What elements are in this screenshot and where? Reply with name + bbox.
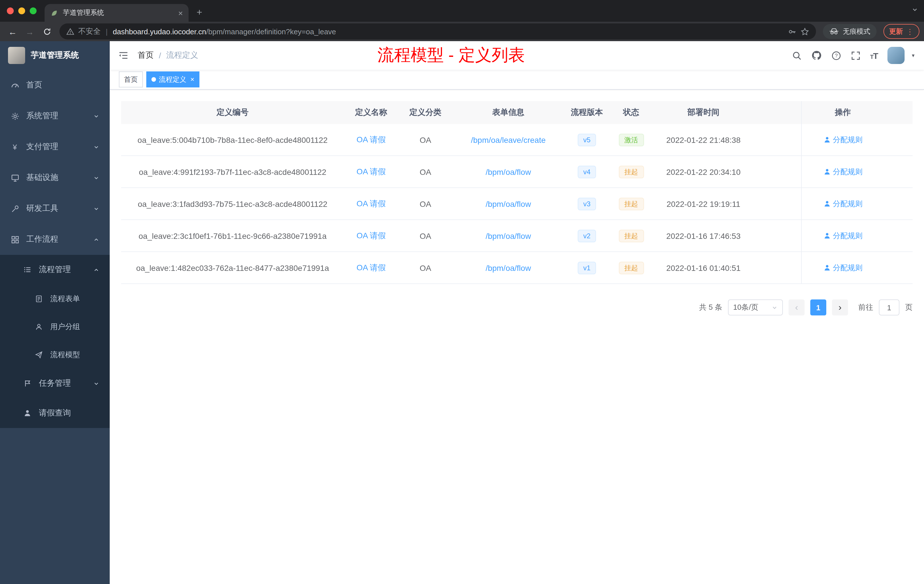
person-icon xyxy=(23,409,32,417)
sidebar-item-user-group[interactable]: 用户分组 xyxy=(0,313,110,341)
github-icon[interactable] xyxy=(812,50,822,61)
tag-close-icon[interactable]: × xyxy=(190,76,194,83)
chevron-up-icon xyxy=(93,236,99,243)
sidebar-item-infrastructure[interactable]: 基础设施 xyxy=(0,162,110,193)
tool-icon xyxy=(10,204,20,213)
app-navbar: 首页 / 流程定义 流程模型 - 定义列表 ? xyxy=(110,41,924,70)
definition-id: oa_leave:4:991f2193-7b7f-11ec-a3c8-acde4… xyxy=(121,167,344,176)
definition-name-link[interactable]: OA 请假 xyxy=(356,199,386,208)
tab-search-icon[interactable] xyxy=(911,6,918,13)
prev-page-button[interactable]: ‹ xyxy=(789,299,805,315)
sidebar-item-system[interactable]: 系统管理 xyxy=(0,101,110,132)
sidebar-item-process-model[interactable]: 流程模型 xyxy=(0,341,110,369)
reload-button[interactable] xyxy=(39,23,55,40)
back-button[interactable]: ← xyxy=(5,23,21,40)
omnibox-divider: | xyxy=(106,27,108,36)
minimize-window-button[interactable] xyxy=(18,7,25,14)
forward-button[interactable]: → xyxy=(22,23,38,40)
select-caret-icon xyxy=(771,304,778,310)
update-label: 更新 xyxy=(889,26,903,36)
chrome-update-button[interactable]: 更新 ⋮ xyxy=(883,24,919,39)
active-tag-dot xyxy=(152,77,156,82)
definition-id: oa_leave:3:1fad3d93-7b75-11ec-a3c8-acde4… xyxy=(121,199,344,208)
assign-rule-link[interactable]: 分配规则 xyxy=(823,135,863,145)
user-icon xyxy=(823,232,831,239)
next-page-button[interactable]: › xyxy=(832,299,848,315)
chevron-down-icon xyxy=(93,175,99,181)
browser-tab[interactable]: 芋道管理系统 × xyxy=(45,4,188,22)
status-badge: 挂起 xyxy=(619,229,644,242)
assign-rule-link[interactable]: 分配规则 xyxy=(823,199,863,209)
sidebar-item-task-management[interactable]: 任务管理 xyxy=(0,369,110,398)
help-icon[interactable]: ? xyxy=(832,51,841,60)
table-row: oa_leave:1:482ec033-762a-11ec-8477-a2380… xyxy=(121,252,912,284)
table-row: oa_leave:5:004b710b-7b8a-11ec-8ef0-acde4… xyxy=(121,124,912,156)
page-1-button[interactable]: 1 xyxy=(810,299,826,315)
form-info-link[interactable]: /bpm/oa/flow xyxy=(486,199,531,208)
tab-close-icon[interactable]: × xyxy=(178,8,183,17)
security-label[interactable]: 不安全 xyxy=(78,26,101,36)
form-icon xyxy=(34,295,43,303)
sidebar-item-label: 首页 xyxy=(26,80,42,90)
browser-menu-icon[interactable]: ⋮ xyxy=(906,27,914,36)
assign-rule-link[interactable]: 分配规则 xyxy=(823,167,863,177)
tag-process-definition[interactable]: 流程定义 × xyxy=(146,71,200,87)
maximize-window-button[interactable] xyxy=(30,7,36,14)
column-header: 定义名称 xyxy=(344,107,398,118)
breadcrumb-home-link[interactable]: 首页 xyxy=(138,50,154,61)
dashboard-icon xyxy=(10,81,20,89)
deploy-time: 2022-01-16 17:46:53 xyxy=(653,231,754,240)
definition-category: OA xyxy=(398,263,452,272)
assign-rule-link[interactable]: 分配规则 xyxy=(823,231,863,241)
sidebar-toggle-icon[interactable] xyxy=(118,50,129,61)
definition-category: OA xyxy=(398,231,452,240)
status-badge: 挂起 xyxy=(619,198,644,210)
tag-home[interactable]: 首页 xyxy=(119,71,143,87)
form-info-link[interactable]: /bpm/oa/leave/create xyxy=(471,135,546,144)
search-icon[interactable] xyxy=(792,51,802,60)
sidebar-item-home[interactable]: 首页 xyxy=(0,70,110,101)
definition-name-link[interactable]: OA 请假 xyxy=(356,231,386,240)
table-row: oa_leave:2:3c1f0ef1-76b1-11ec-9c66-a2380… xyxy=(121,220,912,252)
table-row: oa_leave:4:991f2193-7b7f-11ec-a3c8-acde4… xyxy=(121,156,912,188)
version-badge: v2 xyxy=(578,229,596,242)
sidebar-item-process-management[interactable]: 流程管理 xyxy=(0,255,110,285)
page-size-select[interactable]: 10条/页 xyxy=(728,299,783,315)
user-icon xyxy=(823,136,831,144)
tag-label: 流程定义 xyxy=(159,74,186,84)
assign-rule-link[interactable]: 分配规则 xyxy=(823,262,863,273)
fullscreen-icon[interactable] xyxy=(851,51,861,60)
send-icon xyxy=(34,351,43,358)
form-info-link[interactable]: /bpm/oa/flow xyxy=(486,231,531,240)
bookmark-star-icon[interactable] xyxy=(800,27,809,36)
definition-name-link[interactable]: OA 请假 xyxy=(356,135,386,144)
form-info-link[interactable]: /bpm/oa/flow xyxy=(486,167,531,176)
form-info-link[interactable]: /bpm/oa/flow xyxy=(486,263,531,272)
avatar[interactable] xyxy=(888,47,904,64)
sidebar-item-payment[interactable]: ¥ 支付管理 xyxy=(0,132,110,162)
page-unit-label: 页 xyxy=(905,302,912,313)
password-key-icon[interactable] xyxy=(788,27,797,36)
sidebar-item-process-form[interactable]: 流程表单 xyxy=(0,285,110,313)
browser-tabstrip: 芋道管理系统 × + xyxy=(0,0,924,22)
incognito-label: 无痕模式 xyxy=(843,26,870,36)
column-header: 定义分类 xyxy=(398,107,452,118)
column-header: 定义编号 xyxy=(121,107,344,118)
new-tab-button[interactable]: + xyxy=(192,5,207,20)
close-window-button[interactable] xyxy=(7,7,14,14)
definition-name-link[interactable]: OA 请假 xyxy=(356,262,386,272)
avatar-dropdown-caret-icon[interactable]: ▼ xyxy=(911,53,916,58)
gear-icon xyxy=(10,112,20,120)
sidebar-item-label: 流程模型 xyxy=(50,350,80,360)
font-size-icon[interactable]: TT xyxy=(870,51,878,60)
sidebar-item-workflow[interactable]: 工作流程 xyxy=(0,224,110,255)
table-row: oa_leave:3:1fad3d93-7b75-11ec-a3c8-acde4… xyxy=(121,188,912,220)
sidebar-item-dev-tools[interactable]: 研发工具 xyxy=(0,193,110,224)
definition-category: OA xyxy=(398,167,452,176)
breadcrumb-current: 流程定义 xyxy=(166,50,198,61)
definition-name-link[interactable]: OA 请假 xyxy=(356,167,386,176)
address-bar[interactable]: 不安全 | dashboard.yudao.iocoder.cn/bpm/man… xyxy=(59,23,816,40)
goto-page-input[interactable] xyxy=(879,299,899,315)
sidebar-item-leave-query[interactable]: 请假查询 xyxy=(0,398,110,428)
app-logo xyxy=(8,47,25,64)
